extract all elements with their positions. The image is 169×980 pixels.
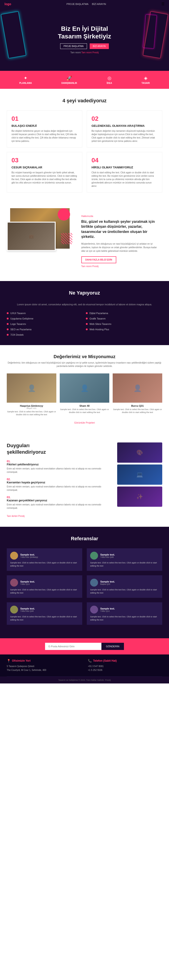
- hero-sub-link[interactable]: Tam resmi Prestij: [81, 51, 99, 54]
- values-section: Değerlerimiz ve Misyonumuz Değerlerimiz;…: [0, 345, 169, 433]
- avatar-3: [10, 579, 18, 587]
- service-dot-icon: [86, 323, 88, 325]
- view-more-link[interactable]: Görüntüle Projeleri: [74, 421, 95, 424]
- service-app-label: Uygulama Geliştirme: [10, 317, 33, 320]
- service-logo-label: Logo Tasarımı: [10, 323, 26, 325]
- service-dot-icon: [7, 318, 8, 320]
- testimonials-grid: Sample text. YıldızYolu Şimleeyy Sample …: [7, 548, 162, 625]
- team-member-3-name: Burcu Q31: [113, 404, 162, 407]
- nav-item-1[interactable]: PROJE BAŞLATMA: [66, 3, 89, 5]
- testimonial-3-name: Sample text.: [20, 580, 35, 583]
- testimonial-5-text: Sample text. Click to select the text bo…: [10, 615, 79, 621]
- service-dot-icon: [86, 318, 88, 320]
- testimonial-3: Sample text. Yıldız Q11 Sample text. Cli…: [7, 575, 82, 598]
- service-seo: SEO ve Pazarlama: [7, 328, 83, 331]
- team-member-1-text: Sample text. Click to select the text bo…: [7, 410, 56, 416]
- about-description: Müşterilerimiz, kim olduğunuzu ve nasıl …: [81, 242, 158, 253]
- team-member-1-photo: 👤: [7, 374, 56, 402]
- card-4-title: HİRSLI OLMAY TANIMIYORUZ: [92, 166, 158, 169]
- team-member-3-photo: 👤: [113, 374, 162, 402]
- service-dot-icon: [7, 334, 8, 336]
- footer-address-col: 📍 Ofisimizin Yeri 5 Tasarım Şubeposo Şir…: [7, 659, 81, 672]
- about-secondary-photo: 💼: [7, 222, 56, 251]
- service-seo-label: SEO ve Pazarlama: [10, 328, 32, 331]
- testimonial-6-name: Sample text.: [100, 607, 115, 610]
- service-graphic-label: Grafik Tasarım: [89, 317, 105, 320]
- feelings-item-2-title: Kavramları hayata geçiriyoruz: [7, 481, 113, 484]
- feelings-item-3-title: Kazanan gerçeklikleri yarıyoruz: [7, 499, 113, 502]
- service-ux: UXUI Tasarım: [7, 312, 83, 315]
- email-input[interactable]: [45, 643, 101, 650]
- planning-icon: ✦: [19, 75, 32, 81]
- testimonial-2-role: YıldızYolu Q48: [100, 556, 115, 558]
- avatar-4: [90, 579, 98, 587]
- testimonial-3-info: Sample text. Yıldız Q11: [20, 580, 35, 585]
- service-dot-icon: [7, 323, 8, 325]
- about-section: 👥 💼 Hakkımızda Biz, güzel ve kullanışlı …: [0, 202, 169, 281]
- testimonial-3-avatar: Sample text. Yıldız Q11: [10, 579, 79, 587]
- testimonial-1: Sample text. YıldızYolu Şimleeyy Sample …: [7, 548, 82, 571]
- feature-consulting: 🚀 DANIŞMANLIK: [61, 75, 77, 84]
- feelings-images-col: 🎨 💻 ✨: [117, 442, 162, 518]
- card-1-text: Biz ekipleri birbirlerine geçen ve başka…: [11, 129, 77, 143]
- card-1-number: 01: [11, 115, 77, 122]
- hero-btn-project[interactable]: PROJE BAŞLATMA: [60, 43, 87, 49]
- testimonial-6-info: Sample text. Yıldız Q11: [100, 607, 115, 612]
- feature-design: ◈ TASARI: [142, 75, 150, 84]
- testimonial-2-avatar: Sample text. YıldızYolu Q48: [90, 552, 159, 560]
- testimonial-5-info: Sample text. YıldızYolu Q48: [20, 607, 35, 612]
- testimonial-1-info: Sample text. YıldızYolu Şimleeyy: [20, 553, 38, 558]
- feelings-img-1: 🎨: [117, 442, 162, 463]
- feelings-item-2: 02. Kavramları hayata geçiriyoruz Enim a…: [7, 478, 113, 492]
- feelings-item-1-title: Fikirleri şekillendiriyoruz: [7, 463, 113, 466]
- services-description: Lorem ipsum dolor sit amet, consectetur …: [7, 302, 162, 306]
- feelings-section: Duygularışekillendiriyoruz 01. Fikirleri…: [0, 433, 169, 527]
- testimonial-4-text: Sample text. Click to select the text bo…: [90, 589, 159, 595]
- header: logo PROJE BAŞLATMA BİZİ ARAYIN ☰: [0, 0, 169, 8]
- planning-label: PLANLAMA: [19, 82, 32, 84]
- team-member-3: 👤 Burcu Q31 Sample text. Click to select…: [113, 374, 162, 416]
- feelings-img-3: ✨: [117, 487, 162, 507]
- testimonial-5: Sample text. YıldızYolu Q48 Sample text.…: [7, 602, 82, 625]
- testimonial-6-role: Yıldız Q11: [100, 610, 115, 612]
- testimonial-2: Sample text. YıldızYolu Q48 Sample text.…: [87, 548, 162, 571]
- footer-bottom: 📍 Ofisimizin Yeri 5 Tasarım Şubeposo Şir…: [0, 654, 169, 676]
- services-section: Ne Yapıyoruz Lorem ipsum dolor sit amet,…: [0, 281, 169, 345]
- footer-address-title: 📍 Ofisimizin Yeri: [7, 659, 81, 663]
- team-member-1-role: Başarı A01: [7, 407, 56, 409]
- feelings-item-1: 01. Fikirleri şekillendiriyoruz Enim ad …: [7, 460, 113, 474]
- footer-phone-title: 📞 Telefon (Sabit Hat): [88, 659, 162, 663]
- feelings-item-3-text: Enim ad minim veniam, quis nostrud exerc…: [7, 503, 113, 510]
- view-more: Görüntüle Projeleri: [7, 420, 162, 425]
- feelings-layout: Duygularışekillendiriyoruz 01. Fikirleri…: [7, 442, 162, 518]
- header-nav: PROJE BAŞLATMA BİZİ ARAYIN: [66, 3, 106, 5]
- testimonial-1-role: YıldızYolu Şimleeyy: [20, 556, 38, 558]
- testimonial-4-info: Sample text. Başka Q22: [100, 580, 115, 585]
- service-graphic: Grafik Tasarım: [86, 317, 162, 320]
- promises-section: 4 şeyi vadediyoruz 01 BULAŞICI ENERJİ Bi…: [0, 89, 169, 202]
- testimonial-1-name: Sample text.: [20, 553, 38, 556]
- testimonial-4-avatar: Sample text. Başka Q22: [90, 579, 159, 587]
- about-content: Hakkımızda Biz, güzel ve kullanışlı şeyl…: [77, 208, 163, 274]
- about-learn-more-btn[interactable]: DAHA FAZLA BİLGİ EDİN: [81, 256, 116, 263]
- about-link[interactable]: Tam resmi Prestij: [81, 265, 158, 267]
- testimonial-5-name: Sample text.: [20, 607, 35, 610]
- testimonial-2-info: Sample text. YıldızYolu Q48: [100, 553, 115, 558]
- testimonial-3-text: Sample text. Click to select the text bo…: [10, 589, 79, 595]
- testimonial-6-avatar: Sample text. Yıldız Q11: [90, 606, 159, 614]
- service-digital: Dijital Pazarlama: [86, 312, 162, 315]
- nav-item-2[interactable]: BİZİ ARAYIN: [92, 3, 106, 5]
- design-label: TASARI: [142, 82, 150, 84]
- hero-btn-contact[interactable]: BİZİ ARAYIN: [90, 43, 109, 49]
- logo: logo: [5, 2, 11, 6]
- testimonial-5-role: YıldızYolu Q48: [20, 610, 35, 612]
- feelings-item-3: 03. Kazanan gerçeklikleri yarıyoruz Enim…: [7, 496, 113, 510]
- service-web: Web Sitesi Tasarımı: [86, 323, 162, 325]
- footer-phone-col: 📞 Telefon (Sabit Hat) +91 3 547 8081 +1 …: [88, 659, 162, 672]
- team-member-2-name: Sham 40: [60, 404, 109, 407]
- hamburger-icon[interactable]: ☰: [161, 2, 164, 6]
- service-ux-label: UXUI Tasarım: [10, 312, 26, 315]
- testimonial-4-role: Başka Q22: [100, 583, 115, 585]
- feelings-link[interactable]: Tam ilerleri Prestij: [7, 515, 24, 517]
- subscribe-button[interactable]: GÖNDERIN: [101, 643, 124, 650]
